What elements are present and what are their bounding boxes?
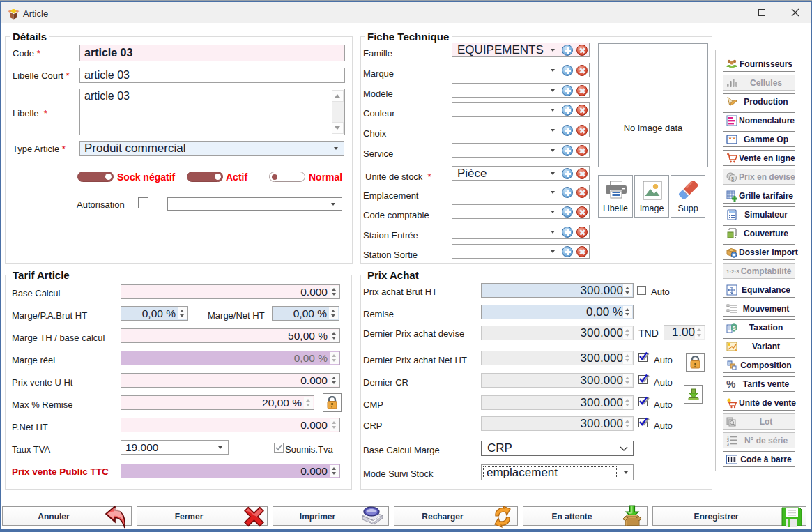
svg-text:$: $ bbox=[731, 176, 734, 182]
svg-text:$: $ bbox=[733, 325, 736, 331]
svg-text:3: 3 bbox=[727, 442, 729, 446]
svg-text:1·2·3: 1·2·3 bbox=[726, 268, 739, 275]
svg-text:%: % bbox=[726, 379, 735, 390]
